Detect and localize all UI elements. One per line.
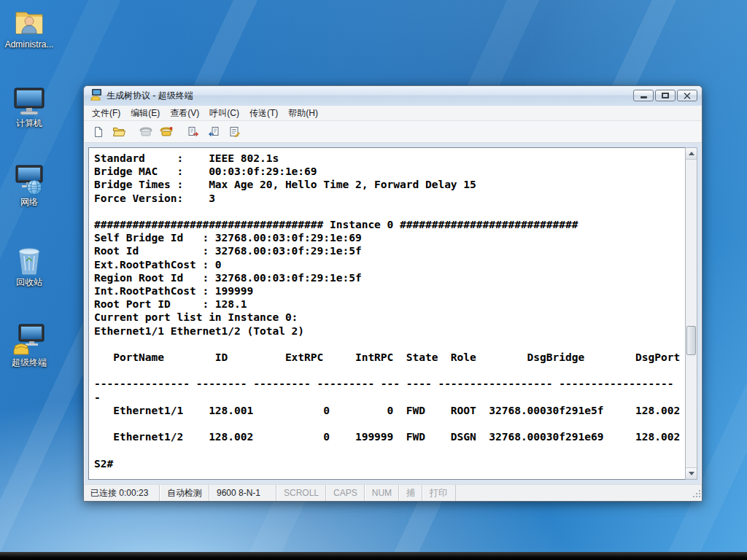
new-icon (93, 126, 104, 138)
hangup-button[interactable] (157, 123, 176, 141)
status-autodetect: 自动检测 (160, 485, 209, 501)
maximize-button[interactable] (655, 90, 676, 101)
status-connection: 已连接 0:00:23 (84, 485, 160, 501)
hangup-icon (160, 126, 173, 137)
hyperterminal-app-icon (90, 89, 102, 103)
menu-view[interactable]: 查看(V) (165, 105, 204, 122)
properties-icon (228, 126, 240, 137)
open-icon (112, 126, 125, 137)
computer-icon (12, 85, 46, 117)
toolbar (84, 121, 702, 143)
receive-button[interactable] (204, 123, 223, 141)
new-connection-button[interactable] (89, 123, 108, 141)
arrow-down-icon (689, 472, 694, 475)
call-button[interactable] (136, 123, 155, 141)
statusbar: 已连接 0:00:23 自动检测 9600 8-N-1 SCROLL CAPS … (84, 484, 702, 501)
caption-buttons (633, 90, 697, 101)
close-button[interactable] (677, 90, 697, 101)
call-icon (139, 126, 152, 137)
menu-file[interactable]: 文件(F) (87, 105, 125, 122)
desktop-icon-label: 网络 (20, 198, 38, 207)
desktop-icon-network[interactable]: 网络 (3, 163, 55, 207)
status-caps-lock: CAPS (326, 485, 365, 501)
scrollbar-thumb[interactable] (686, 326, 696, 355)
taskbar[interactable] (0, 552, 747, 560)
desktop-icon-label: 超级终端 (12, 358, 47, 368)
menubar: 文件(F) 编辑(E) 查看(V) 呼叫(C) 传送(T) 帮助(H) (84, 106, 702, 121)
minimize-button[interactable] (633, 90, 654, 101)
desktop-icon-hyperterminal[interactable]: 超级终端 (3, 324, 55, 368)
desktop-icon-label: 回收站 (16, 278, 42, 287)
desktop-icon-computer[interactable]: 计算机 (3, 85, 55, 128)
window-title: 生成树协议 - 超级终端 (107, 90, 629, 102)
resize-grip[interactable] (692, 489, 701, 500)
terminal-output: Standard : IEEE 802.1s Bridge MAC : 00:0… (89, 148, 685, 470)
send-button[interactable] (184, 123, 203, 141)
hyperterminal-window: 生成树协议 - 超级终端 文件(F) 编辑(E) 查看(V) 呼叫(C) (83, 85, 703, 502)
open-button[interactable] (109, 123, 128, 141)
network-globe-icon (12, 163, 46, 195)
desktop-icon-label: 计算机 (16, 119, 42, 128)
hyperterminal-icon (12, 324, 46, 356)
receive-icon (208, 126, 220, 137)
desktop-icon-administrator[interactable]: Administra... (3, 6, 55, 50)
status-print-echo: 打印 (422, 485, 456, 501)
scrollbar-track[interactable] (686, 160, 697, 467)
close-icon (684, 93, 691, 99)
status-capture: 捕 (399, 485, 422, 501)
terminal-screen[interactable]: Standard : IEEE 802.1s Bridge MAC : 00:0… (88, 147, 685, 480)
maximize-icon (662, 93, 669, 98)
status-scroll-lock: SCROLL (276, 485, 326, 501)
terminal-client-area: Standard : IEEE 802.1s Bridge MAC : 00:0… (84, 143, 702, 484)
desktop-icon-recycle-bin[interactable]: 回收站 (3, 244, 55, 287)
properties-button[interactable] (225, 123, 244, 141)
status-baud: 9600 8-N-1 (209, 485, 276, 501)
scroll-down-button[interactable] (686, 467, 697, 479)
status-num-lock: NUM (365, 485, 399, 501)
menu-transfer[interactable]: 传送(T) (244, 105, 283, 122)
administrator-folder-icon (13, 6, 45, 38)
desktop-icon-label: Administra... (5, 40, 54, 50)
desktop: Administra... 计算机 (0, 0, 747, 560)
menu-help[interactable]: 帮助(H) (283, 105, 323, 122)
menu-edit[interactable]: 编辑(E) (125, 105, 165, 122)
titlebar[interactable]: 生成树协议 - 超级终端 (84, 86, 702, 106)
send-icon (187, 126, 199, 137)
vertical-scrollbar[interactable] (685, 147, 697, 480)
menu-call[interactable]: 呼叫(C) (204, 105, 244, 122)
minimize-icon (640, 96, 647, 98)
scroll-up-button[interactable] (686, 148, 697, 160)
arrow-up-icon (689, 152, 694, 155)
recycle-bin-icon (15, 244, 44, 276)
